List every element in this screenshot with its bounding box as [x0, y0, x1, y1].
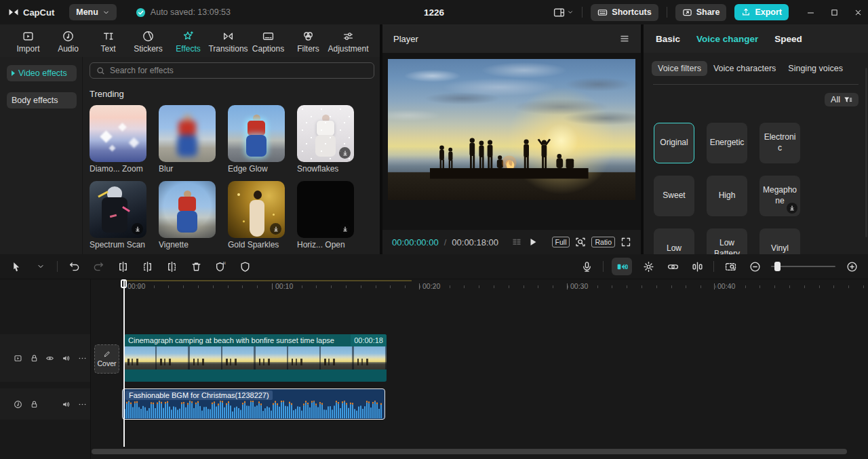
export-button[interactable]: Export — [734, 4, 789, 20]
delete-left-button[interactable] — [139, 258, 155, 275]
divider — [713, 261, 714, 272]
effect-thumbnail[interactable] — [228, 181, 285, 238]
effect-thumbnail[interactable] — [297, 181, 354, 238]
effect-thumbnail[interactable] — [228, 105, 285, 162]
tab-audio[interactable]: Audio — [48, 31, 88, 54]
voice-option-low[interactable]: Low — [654, 228, 694, 254]
edit-cover-button[interactable]: Cover — [94, 344, 119, 374]
more-options-button[interactable] — [74, 354, 90, 363]
close-button[interactable] — [854, 8, 863, 17]
more-options-button[interactable] — [74, 400, 90, 409]
auto-snap-toggle[interactable] — [640, 258, 656, 275]
effect-card[interactable]: Snowflakes — [297, 105, 354, 174]
mask-button[interactable] — [237, 258, 253, 275]
effect-card[interactable]: Edge Glow — [228, 105, 285, 174]
effect-thumbnail[interactable] — [90, 181, 146, 238]
select-tool-caret[interactable] — [33, 258, 49, 275]
timeline-ruler[interactable]: 00:00 00:10 00:20 00:30 00:40 — [90, 279, 868, 295]
linkage-toggle[interactable] — [665, 258, 681, 275]
preview-quality-icon[interactable] — [511, 237, 522, 247]
tab-label: Captions — [252, 44, 284, 54]
toggle-visibility-button[interactable] — [42, 354, 58, 363]
lock-track-button[interactable] — [26, 400, 43, 409]
nav-body-effects[interactable]: Body effects — [7, 92, 77, 108]
tab-filters[interactable]: Filters — [288, 31, 328, 54]
voice-option-low-battery[interactable]: Low Battery — [707, 228, 747, 254]
playhead-handle[interactable] — [121, 279, 127, 288]
voice-option-original[interactable]: Original — [654, 123, 694, 163]
main-track-magnet-toggle[interactable] — [612, 258, 632, 275]
menu-button[interactable]: Menu — [69, 4, 117, 20]
effect-card[interactable]: Blur — [159, 105, 216, 174]
voice-option-vinyl[interactable]: Vinyl — [760, 228, 800, 254]
voice-option-energetic[interactable]: Energetic — [707, 123, 747, 163]
ai-mask-button[interactable]: AI — [212, 258, 229, 275]
redo-button[interactable] — [90, 258, 106, 275]
maximize-button[interactable] — [830, 8, 839, 17]
app-name: CapCut — [23, 7, 54, 18]
player-menu-icon[interactable] — [619, 33, 630, 44]
tab-voice-changer[interactable]: Voice changer — [696, 34, 758, 44]
audio-clip[interactable]: Fashionable BGM for Christmas(1238227) — [122, 388, 385, 420]
effect-thumbnail[interactable] — [159, 181, 216, 238]
playhead-line[interactable] — [123, 279, 125, 447]
voice-option-electronic[interactable]: Electronic — [760, 123, 800, 163]
subtab-voice-filters[interactable]: Voice filters — [652, 61, 707, 76]
effect-thumbnail[interactable] — [90, 105, 146, 162]
all-filter-button[interactable]: All — [825, 93, 859, 106]
effect-thumbnail[interactable] — [159, 105, 216, 162]
search-input[interactable] — [110, 66, 368, 75]
tab-adjustment[interactable]: Adjustment — [328, 31, 368, 54]
scrollbar[interactable] — [865, 68, 867, 237]
shortcuts-button[interactable]: Shortcuts — [591, 4, 658, 21]
effect-card[interactable]: Spectrum Scan — [90, 181, 146, 250]
adapt-timeline-button[interactable] — [722, 258, 738, 275]
effect-card[interactable]: Gold Sparkles — [228, 181, 285, 250]
lock-track-button[interactable] — [26, 354, 43, 363]
zoom-out-button[interactable] — [747, 258, 763, 275]
select-tool-button[interactable] — [8, 258, 24, 275]
record-voiceover-button[interactable] — [578, 258, 595, 275]
zoom-preview-button[interactable] — [575, 237, 586, 247]
full-button[interactable]: Full — [552, 237, 570, 247]
zoom-slider-handle[interactable] — [774, 262, 781, 271]
tab-effects[interactable]: Effects — [168, 31, 208, 54]
video-clip[interactable]: Cinemagraph camping at beach with bonfir… — [124, 334, 387, 382]
undo-button[interactable] — [66, 258, 82, 275]
effect-card[interactable]: Diamo... Zoom — [90, 105, 146, 174]
preview-axis-toggle[interactable] — [689, 258, 705, 275]
play-button[interactable] — [528, 237, 538, 247]
voice-option-sweet[interactable]: Sweet — [654, 176, 694, 216]
timeline-zoom-slider[interactable] — [771, 266, 835, 267]
tab-speed[interactable]: Speed — [774, 34, 802, 44]
subtab-singing-voices[interactable]: Singing voices — [782, 61, 849, 76]
track-type-video-icon — [10, 354, 26, 363]
effect-card[interactable]: Horiz... Open — [297, 181, 354, 250]
tab-captions[interactable]: Captions — [248, 31, 288, 54]
voice-option-high[interactable]: High — [707, 176, 747, 216]
voice-option-megaphone[interactable]: Megaphone — [760, 176, 800, 216]
subtab-voice-characters[interactable]: Voice characters — [707, 61, 782, 76]
mute-track-button[interactable] — [58, 400, 75, 409]
fullscreen-button[interactable] — [620, 237, 631, 247]
share-button[interactable]: Share — [675, 4, 727, 21]
tab-import[interactable]: Import — [8, 31, 48, 54]
effect-thumbnail[interactable] — [297, 105, 354, 162]
tab-text[interactable]: Text — [88, 31, 128, 54]
ratio-button[interactable]: Ratio — [591, 237, 615, 247]
mute-track-button[interactable] — [58, 354, 75, 363]
effect-card[interactable]: Vignette — [159, 181, 216, 250]
delete-right-button[interactable] — [163, 258, 180, 275]
current-time: 00:00:00:00 — [392, 237, 439, 247]
video-preview[interactable] — [388, 59, 635, 200]
layout-button[interactable] — [553, 7, 574, 18]
timeline-horizontal-scrollbar[interactable] — [92, 449, 847, 454]
delete-button[interactable] — [188, 258, 204, 275]
minimize-button[interactable] — [806, 8, 815, 17]
tab-stickers[interactable]: Stickers — [128, 31, 168, 54]
zoom-in-button[interactable] — [844, 258, 860, 275]
split-button[interactable] — [115, 258, 131, 275]
nav-video-effects[interactable]: Video effects — [7, 65, 77, 81]
tab-transitions[interactable]: Transitions — [208, 31, 248, 54]
tab-basic[interactable]: Basic — [656, 34, 680, 44]
